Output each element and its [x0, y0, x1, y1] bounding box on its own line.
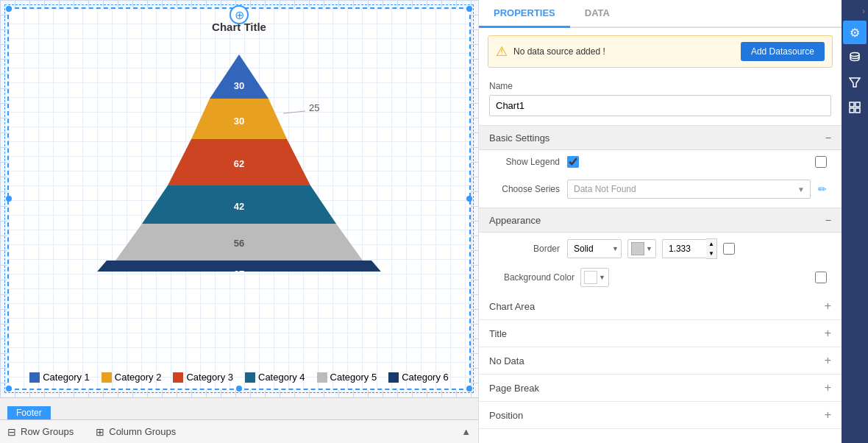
legend-color-3	[173, 372, 183, 383]
svg-point-14	[850, 53, 859, 57]
legend-item-2: Category 2	[102, 372, 162, 383]
basic-settings-collapse[interactable]: −	[825, 132, 831, 143]
border-checkbox[interactable]	[723, 243, 735, 255]
expand-panel-button[interactable]: ›	[859, 3, 868, 19]
border-row: Border Solid Dashed Dotted ▼ ▼ ▲ ▼	[479, 233, 842, 265]
bottom-toolbar: ⊟ Row Groups ⊞ Column Groups ▲	[0, 419, 478, 443]
accordion-title[interactable]: Title +	[479, 320, 842, 347]
svg-text:62: 62	[234, 158, 244, 169]
border-style-wrapper: Solid Dashed Dotted ▼	[567, 239, 622, 258]
warning-banner: ⚠ No data source added ! Add Datasource	[488, 35, 833, 68]
accordion-list: Chart Area + Title + No Data + Page Brea…	[479, 293, 842, 429]
right-sidebar: › ⚙	[842, 0, 868, 443]
svg-text:25: 25	[309, 102, 319, 113]
accordion-plus-icon-4: +	[825, 381, 831, 394]
collapse-button[interactable]: ▲	[461, 426, 471, 437]
accordion-plus-icon-5: +	[825, 408, 831, 422]
panel-content: ⚠ No data source added ! Add Datasource …	[479, 28, 842, 443]
border-style-select[interactable]: Solid Dashed Dotted	[567, 239, 622, 258]
border-color-box	[631, 242, 644, 255]
legend-color-4	[245, 372, 255, 383]
accordion-page-break[interactable]: Page Break +	[479, 375, 842, 402]
sidebar-gear-icon[interactable]: ⚙	[843, 21, 867, 44]
accordion-plus-icon-2: +	[825, 327, 831, 340]
svg-text:42: 42	[234, 201, 244, 212]
spin-down-button[interactable]: ▼	[706, 249, 716, 258]
sidebar-database-icon[interactable]	[843, 46, 867, 69]
resize-tr[interactable]	[466, 6, 472, 12]
appearance-title: Appearance	[489, 215, 541, 226]
bg-color-arrow-icon: ▼	[599, 274, 605, 281]
svg-text:56: 56	[234, 238, 244, 249]
legend-label-5: Category 5	[330, 372, 377, 383]
add-datasource-button[interactable]: Add Datasource	[741, 42, 825, 61]
legend-item-4: Category 4	[245, 372, 305, 383]
choose-series-label: Choose Series	[494, 184, 560, 194]
panel-tabs: PROPERTIES DATA	[479, 0, 842, 28]
border-width-input[interactable]	[662, 239, 706, 258]
legend-label-3: Category 3	[186, 372, 233, 383]
border-width-spinner: ▲ ▼	[706, 238, 717, 259]
chart-container[interactable]: ⊕ Chart Title 25 30 30 62	[7, 7, 471, 390]
legend-label-6: Category 6	[402, 372, 449, 383]
border-label: Border	[494, 244, 560, 254]
legend-color-2	[102, 372, 112, 383]
bg-color-swatch[interactable]: ▼	[580, 268, 609, 287]
legend-item-1: Category 1	[29, 372, 90, 383]
row-groups-label: Row Groups	[21, 426, 74, 437]
show-legend-checkbox[interactable]	[567, 156, 579, 168]
resize-tl[interactable]	[6, 6, 12, 12]
bg-color-row: Background Color ▼	[479, 265, 842, 293]
sidebar-layout-icon[interactable]	[843, 96, 867, 119]
accordion-no-data[interactable]: No Data +	[479, 347, 842, 375]
pyramid-chart: 25 30 30 62 42 56	[63, 36, 416, 272]
bg-color-box	[584, 271, 597, 284]
legend-color-6	[388, 372, 399, 383]
appearance-header: Appearance −	[479, 208, 842, 233]
column-groups-label: Column Groups	[109, 426, 176, 437]
name-section: Name	[479, 75, 842, 122]
resize-bl[interactable]	[6, 386, 12, 391]
canvas-area: ⊕ Chart Title 25 30 30 62	[0, 0, 478, 443]
legend-color-1	[29, 372, 40, 383]
warning-icon: ⚠	[496, 43, 508, 60]
sidebar-filter-icon[interactable]	[843, 71, 867, 94]
svg-line-1	[283, 111, 305, 113]
choose-series-select[interactable]: Data Not Found	[567, 180, 811, 199]
legend-label-4: Category 4	[258, 372, 305, 383]
footer-bar: Footer	[0, 397, 478, 419]
show-legend-extra-checkbox[interactable]	[815, 156, 827, 168]
name-input[interactable]	[489, 95, 831, 116]
column-icon: ⊞	[96, 426, 104, 438]
right-panel: PROPERTIES DATA ⚠ No data source added !…	[478, 0, 842, 443]
svg-marker-2	[210, 54, 268, 99]
basic-settings-title: Basic Settings	[489, 132, 549, 143]
accordion-position[interactable]: Position +	[479, 402, 842, 429]
accordion-chart-area[interactable]: Chart Area +	[479, 293, 842, 320]
appearance-collapse[interactable]: −	[825, 214, 831, 226]
column-groups-btn[interactable]: ⊞ Column Groups	[96, 426, 176, 438]
legend-item-6: Category 6	[388, 372, 449, 383]
tab-data[interactable]: DATA	[570, 0, 625, 28]
svg-rect-16	[850, 102, 854, 107]
bg-color-checkbox[interactable]	[815, 272, 827, 283]
tab-properties[interactable]: PROPERTIES	[479, 0, 570, 28]
svg-marker-15	[850, 78, 860, 87]
drag-handle[interactable]: ⊕	[230, 5, 249, 24]
pyramid-area: 25 30 30 62 42 56	[9, 36, 469, 366]
footer-tab[interactable]: Footer	[7, 406, 51, 419]
svg-text:30: 30	[234, 116, 244, 127]
choose-series-row: Choose Series Data Not Found ▼ ✏	[479, 174, 842, 205]
svg-rect-18	[850, 108, 854, 113]
accordion-plus-icon-3: +	[825, 354, 831, 367]
edit-series-icon[interactable]: ✏	[818, 183, 827, 195]
legend-color-5	[317, 372, 327, 383]
resize-br[interactable]	[466, 386, 472, 391]
basic-settings-header: Basic Settings −	[479, 125, 842, 150]
row-groups-btn[interactable]: ⊟ Row Groups	[7, 426, 74, 438]
legend-label-1: Category 1	[43, 372, 90, 383]
accordion-plus-icon: +	[825, 300, 831, 313]
border-color-swatch[interactable]: ▼	[627, 239, 656, 258]
spin-up-button[interactable]: ▲	[706, 239, 716, 249]
resize-bc[interactable]	[236, 386, 242, 391]
